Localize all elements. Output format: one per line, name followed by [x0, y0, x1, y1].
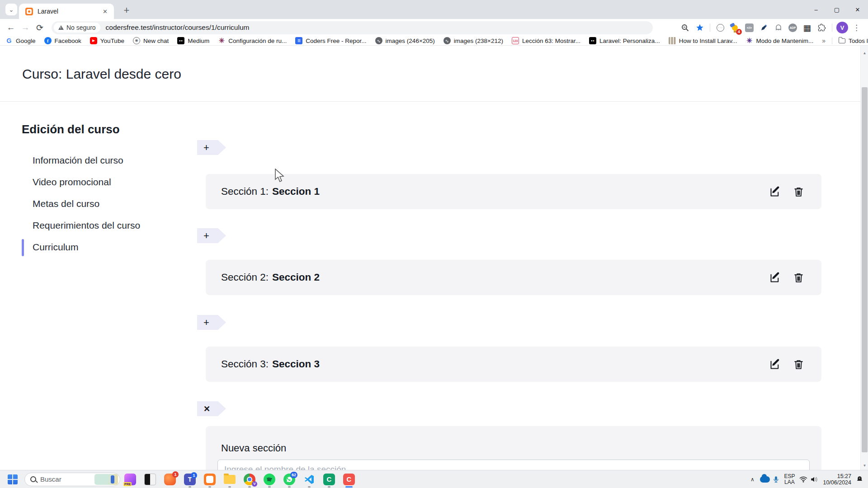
delete-icon[interactable]	[793, 272, 804, 283]
taskbar-app-premiere[interactable]: PRE	[120, 470, 140, 488]
window-minimize-button[interactable]: –	[806, 0, 826, 19]
chat-icon: ✳	[133, 37, 140, 44]
taskbar-app-photos[interactable]	[140, 470, 160, 488]
bookmark-google[interactable]: GGoogle	[5, 37, 36, 44]
bookmark-star-icon[interactable]	[693, 22, 706, 34]
all-favorites-button[interactable]: Todos los favoritos	[839, 38, 868, 44]
tray-time: 15:27	[823, 473, 851, 479]
sidebar-item-metas[interactable]: Metas del curso	[33, 198, 99, 209]
bookmark-modo-mantenimiento[interactable]: ✳Modo de Mantenim...	[745, 37, 813, 44]
volume-icon[interactable]	[810, 476, 818, 483]
delete-icon[interactable]	[793, 186, 804, 197]
extension-adblock-icon[interactable]: ADP	[787, 22, 799, 34]
extension-meet-icon[interactable]: ···	[714, 22, 726, 34]
security-chip[interactable]: No seguro	[54, 23, 100, 33]
taskbar-search[interactable]: Buscar	[24, 473, 120, 486]
url-text[interactable]: codersfree.test/instructor/courses/1/cur…	[106, 23, 250, 32]
profile-avatar[interactable]: V	[836, 22, 848, 33]
bookmark-configuracion[interactable]: ✳Configuración de ru...	[218, 37, 287, 44]
extension-colorpicker-icon[interactable]	[758, 22, 770, 34]
page-viewport: Curso: Laravel desde cero Edición del cu…	[0, 46, 868, 470]
sidebar-item-requerimientos[interactable]: Requerimientos del curso	[33, 220, 140, 231]
active-item-indicator	[22, 239, 24, 256]
back-button[interactable]: ←	[4, 20, 18, 35]
taskbar-app-xampp[interactable]	[200, 470, 220, 488]
tray-chevron-icon[interactable]: ∧	[747, 476, 757, 483]
reload-button[interactable]: ⟳	[33, 20, 47, 35]
bookmark-coders-free[interactable]: ≡Coders Free - Repor...	[295, 37, 366, 44]
wifi-icon[interactable]	[799, 476, 807, 483]
delete-icon[interactable]	[793, 359, 804, 370]
edit-icon[interactable]	[769, 358, 781, 371]
add-section-button-2[interactable]: +	[197, 228, 226, 243]
edit-icon[interactable]	[769, 272, 781, 284]
premiere-icon: PRE	[124, 474, 136, 485]
new-section-name-input[interactable]	[217, 460, 810, 470]
bookmark-how-to-install[interactable]: How to Install Larav...	[669, 37, 737, 44]
clock[interactable]: 15:27 10/06/2024	[821, 473, 853, 486]
notification-bell-icon[interactable]: z	[856, 475, 863, 483]
taskbar-app-teams[interactable]: T1	[180, 470, 200, 488]
taskbar-app-mail[interactable]: 1	[160, 470, 180, 488]
tab-search-chevron-icon[interactable]: ⌄	[5, 4, 17, 15]
add-section-button-1[interactable]: +	[197, 140, 226, 155]
section-row-2: Sección 2:Seccion 2	[206, 260, 821, 295]
bookmark-images-1[interactable]: ∿images (246×205)	[375, 37, 435, 44]
bookmark-images-2[interactable]: ∿images (238×212)	[443, 37, 503, 44]
microphone-icon[interactable]	[773, 475, 779, 483]
window-close-button[interactable]: ✕	[847, 0, 868, 19]
extension-ghost-icon[interactable]	[772, 22, 784, 34]
scroll-up-icon[interactable]: ▲	[861, 49, 868, 56]
extension-code-icon[interactable]: </>	[743, 22, 755, 34]
browser-menu-icon[interactable]: ⋮	[850, 22, 863, 34]
plus-icon: +	[203, 231, 209, 241]
taskbar-app-camtasia[interactable]: C	[319, 470, 339, 488]
taskbar-app-clipchamp[interactable]: C	[339, 470, 359, 488]
mail-icon: 1	[164, 474, 176, 485]
page-scrollbar[interactable]: ▲ ▼	[860, 46, 868, 470]
window-maximize-button[interactable]: ▢	[826, 0, 847, 19]
bookmark-laravel-personaliza[interactable]: ●●Laravel: Personaliza...	[589, 37, 660, 44]
new-tab-button[interactable]: +	[120, 4, 133, 17]
taskbar-app-chrome[interactable]: V	[240, 470, 259, 488]
pinwheel-icon: ✳	[745, 37, 753, 44]
zoom-search-icon[interactable]	[679, 22, 691, 34]
sidebar-item-informacion[interactable]: Información del curso	[33, 155, 123, 166]
browser-tab[interactable]: Laravel ✕	[19, 4, 114, 19]
forward-button[interactable]: →	[18, 20, 33, 35]
camtasia-icon: C	[323, 474, 335, 485]
edit-icon[interactable]	[769, 186, 781, 198]
bookmarks-overflow-icon[interactable]: »	[822, 37, 826, 44]
taskbar-app-spotify[interactable]	[259, 470, 279, 488]
bookmark-leccion-63[interactable]: 123Lección 63: Mostrar...	[512, 37, 580, 44]
onedrive-icon[interactable]	[760, 476, 770, 483]
start-button[interactable]	[3, 470, 23, 488]
extension-lightbulb-icon[interactable]: 4	[729, 22, 741, 34]
bookmark-new-chat[interactable]: ✳New chat	[133, 37, 169, 44]
add-section-button-3[interactable]: +	[197, 315, 226, 330]
taskbar-app-whatsapp[interactable]: 62	[279, 470, 299, 488]
cancel-new-section-button[interactable]: ✕	[197, 401, 226, 416]
bookmark-medium[interactable]: ●●Medium	[177, 37, 209, 44]
tab-title: Laravel	[38, 8, 101, 15]
taskbar-app-explorer[interactable]	[220, 470, 240, 488]
address-bar[interactable]: No seguro codersfree.test/instructor/cou…	[52, 21, 653, 34]
sidebar-heading: Edición del curso	[22, 122, 120, 136]
extension-qr-icon[interactable]: ▦	[801, 22, 813, 34]
youtube-icon: ▶	[90, 37, 97, 44]
bookmark-youtube[interactable]: ▶YouTube	[90, 37, 124, 44]
taskbar-app-vscode[interactable]	[299, 470, 319, 488]
scrollbar-thumb[interactable]	[862, 87, 868, 452]
divider	[832, 38, 832, 44]
bookmark-facebook[interactable]: fFacebook	[44, 37, 81, 44]
sidebar-item-curriculum[interactable]: Curriculum	[33, 242, 79, 253]
language-indicator[interactable]: ESP LAA	[782, 474, 797, 485]
tab-close-icon[interactable]: ✕	[101, 7, 109, 16]
section-actions	[769, 358, 804, 371]
scroll-down-icon[interactable]: ▼	[861, 462, 868, 469]
plus-icon: +	[203, 143, 209, 153]
extensions-puzzle-icon[interactable]	[816, 22, 828, 34]
sidebar-item-video[interactable]: Video promocional	[33, 177, 111, 188]
header-divider	[0, 101, 868, 102]
section-title: Sección 1:Seccion 1	[221, 186, 320, 197]
